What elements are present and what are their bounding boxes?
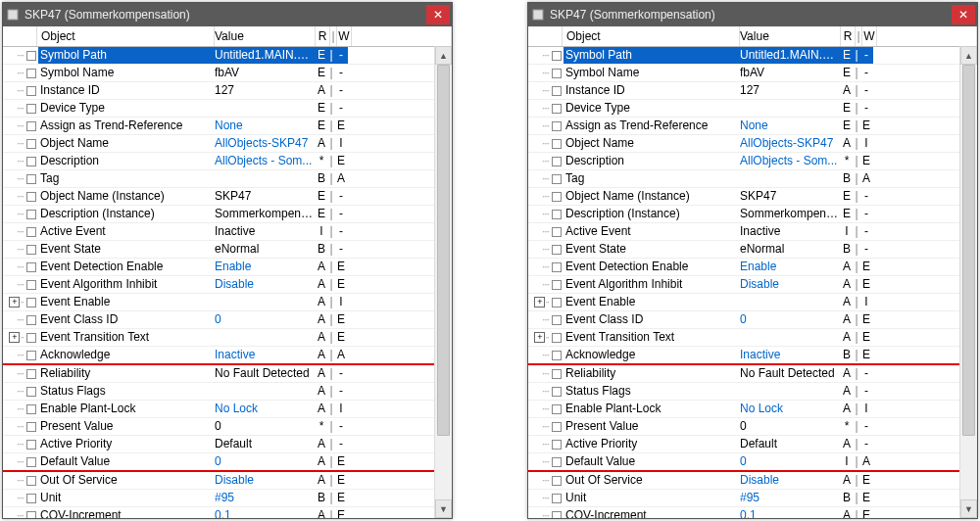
property-row[interactable]: ····Object Name (Instance)SKP47E|- bbox=[528, 188, 977, 206]
tree-gutter[interactable]: ···· bbox=[3, 350, 38, 360]
property-name[interactable]: Unit bbox=[564, 490, 738, 506]
tree-gutter[interactable]: ···· bbox=[3, 68, 38, 78]
property-value[interactable]: 127 bbox=[738, 82, 840, 99]
property-name[interactable]: Event Algorithm Inhibit bbox=[564, 276, 738, 293]
property-name[interactable]: Tag bbox=[564, 170, 738, 187]
property-name[interactable]: Status Flags bbox=[564, 383, 738, 400]
close-button[interactable]: ✕ bbox=[952, 5, 975, 24]
header-object[interactable]: Object bbox=[37, 26, 215, 46]
scroll-down-button[interactable]: ▼ bbox=[960, 499, 977, 518]
property-row[interactable]: ····Default Value0I|A bbox=[528, 453, 977, 472]
property-row[interactable]: ····Object NameAllObjects-SKP47A|I bbox=[528, 135, 977, 153]
property-name[interactable]: Active Event bbox=[38, 223, 213, 240]
property-row[interactable]: ····Assign as Trend-ReferenceNoneE|E bbox=[528, 118, 977, 135]
tree-gutter[interactable]: ···· bbox=[528, 475, 564, 486]
property-name[interactable]: Enable Plant-Lock bbox=[38, 401, 213, 417]
property-value[interactable]: Disable bbox=[213, 276, 315, 293]
property-row[interactable]: ····Event Algorithm InhibitDisableA|E bbox=[528, 276, 977, 294]
property-name[interactable]: Event Class ID bbox=[38, 311, 213, 328]
property-name[interactable]: Active Priority bbox=[38, 436, 213, 452]
property-name[interactable]: Description bbox=[38, 153, 213, 169]
tree-gutter[interactable]: ···· bbox=[528, 456, 564, 467]
tree-gutter[interactable]: ···· bbox=[3, 191, 38, 202]
property-name[interactable]: Event Enable bbox=[564, 294, 738, 310]
property-name[interactable]: Object Name bbox=[38, 135, 213, 152]
tree-gutter[interactable]: ···· bbox=[528, 50, 564, 61]
property-value[interactable]: fbAV bbox=[738, 65, 840, 81]
property-row[interactable]: ····AcknowledgeInactiveA|A bbox=[3, 347, 452, 365]
property-value[interactable]: Untitled1.MAIN.R... bbox=[213, 47, 315, 64]
property-row[interactable]: ····Enable Plant-LockNo LockA|I bbox=[528, 401, 977, 418]
property-value[interactable]: 0 bbox=[213, 418, 315, 435]
tree-gutter[interactable]: ···· bbox=[3, 493, 38, 503]
property-row[interactable]: ····DescriptionAllObjects - Som...*|E bbox=[3, 153, 452, 170]
property-row[interactable]: ····Device TypeE|- bbox=[3, 100, 452, 118]
property-name[interactable]: Out Of Service bbox=[564, 472, 738, 489]
property-row[interactable]: ····Symbol NamefbAVE|- bbox=[528, 65, 977, 82]
tree-gutter[interactable]: ···· bbox=[3, 173, 38, 184]
property-name[interactable]: Unit bbox=[38, 490, 213, 506]
property-row[interactable]: ····Default Value0A|E bbox=[3, 453, 452, 472]
titlebar[interactable]: SKP47 (Sommerkompensation) ✕ bbox=[528, 3, 977, 26]
tree-gutter[interactable]: +·· bbox=[3, 297, 38, 308]
property-row[interactable]: ····Event Detection EnableEnableA|E bbox=[3, 259, 452, 276]
property-row[interactable]: ····Unit#95B|E bbox=[528, 490, 977, 507]
tree-gutter[interactable]: ···· bbox=[3, 85, 38, 96]
property-value[interactable]: Disable bbox=[738, 472, 840, 489]
property-value[interactable]: Default bbox=[213, 436, 315, 452]
property-value[interactable] bbox=[738, 329, 840, 346]
property-value[interactable] bbox=[213, 100, 315, 117]
tree-gutter[interactable]: ···· bbox=[528, 244, 564, 255]
property-name[interactable]: Event Detection Enable bbox=[38, 259, 213, 275]
vertical-scrollbar[interactable]: ▲ ▼ bbox=[434, 46, 452, 518]
property-name[interactable]: Acknowledge bbox=[564, 347, 738, 363]
property-row[interactable]: ····Object Name (Instance)SKP47E|- bbox=[3, 188, 452, 206]
tree-gutter[interactable]: ···· bbox=[3, 138, 38, 149]
property-row[interactable]: ····DescriptionAllObjects - Som...*|E bbox=[528, 153, 977, 170]
property-row[interactable]: ····Event Detection EnableEnableA|E bbox=[528, 259, 977, 276]
property-value[interactable] bbox=[738, 383, 840, 400]
tree-gutter[interactable]: ···· bbox=[3, 439, 38, 450]
tree-gutter[interactable]: ···· bbox=[3, 475, 38, 486]
property-value[interactable] bbox=[738, 294, 840, 310]
tree-gutter[interactable]: ···· bbox=[528, 68, 564, 78]
property-value[interactable]: AllObjects - Som... bbox=[738, 153, 840, 169]
scroll-up-button[interactable]: ▲ bbox=[960, 46, 977, 65]
column-headers[interactable]: Object Value R | W bbox=[528, 26, 977, 47]
property-value[interactable]: fbAV bbox=[213, 65, 315, 81]
property-value[interactable]: eNormal bbox=[213, 241, 315, 258]
property-row[interactable]: ····Symbol NamefbAVE|- bbox=[3, 65, 452, 82]
property-name[interactable]: Description (Instance) bbox=[564, 206, 738, 222]
property-value[interactable]: Inactive bbox=[213, 223, 315, 240]
property-value[interactable]: SKP47 bbox=[213, 188, 315, 205]
property-name[interactable]: Symbol Name bbox=[38, 65, 213, 81]
property-name[interactable]: Reliability bbox=[564, 365, 738, 382]
property-value[interactable]: eNormal bbox=[738, 241, 840, 258]
property-row[interactable]: ····Assign as Trend-ReferenceNoneE|E bbox=[3, 118, 452, 135]
property-name[interactable]: Active Priority bbox=[564, 436, 738, 452]
property-row[interactable]: ····Symbol PathUntitled1.MAIN.R...E|- bbox=[3, 47, 452, 65]
tree-gutter[interactable]: ···· bbox=[528, 120, 564, 131]
tree-gutter[interactable]: ···· bbox=[528, 421, 564, 432]
property-row[interactable]: ····AcknowledgeInactiveB|E bbox=[528, 347, 977, 365]
property-row[interactable]: ····Out Of ServiceDisableA|E bbox=[3, 472, 452, 490]
property-name[interactable]: Present Value bbox=[564, 418, 738, 435]
tree-gutter[interactable]: +·· bbox=[528, 297, 564, 308]
tree-gutter[interactable]: ···· bbox=[528, 261, 564, 272]
property-value[interactable]: Inactive bbox=[213, 347, 315, 363]
property-value[interactable]: Enable bbox=[738, 259, 840, 275]
scroll-thumb[interactable] bbox=[962, 65, 975, 436]
property-row[interactable]: ····Active PriorityDefaultA|- bbox=[3, 436, 452, 453]
tree-gutter[interactable]: ···· bbox=[3, 103, 38, 114]
property-row[interactable]: ····Instance ID127A|- bbox=[528, 82, 977, 100]
property-row[interactable]: ····TagB|A bbox=[528, 170, 977, 188]
tree-gutter[interactable]: ···· bbox=[3, 386, 38, 397]
tree-gutter[interactable]: ···· bbox=[528, 350, 564, 360]
property-row[interactable]: ····Active PriorityDefaultA|- bbox=[528, 436, 977, 453]
property-value[interactable]: No Lock bbox=[738, 401, 840, 417]
property-name[interactable]: Instance ID bbox=[564, 82, 738, 99]
property-row[interactable]: +··Event Transition TextA|E bbox=[528, 329, 977, 347]
property-name[interactable]: Symbol Path bbox=[38, 47, 213, 64]
tree-gutter[interactable]: ···· bbox=[3, 314, 38, 325]
property-value[interactable]: No Fault Detected bbox=[738, 365, 840, 382]
